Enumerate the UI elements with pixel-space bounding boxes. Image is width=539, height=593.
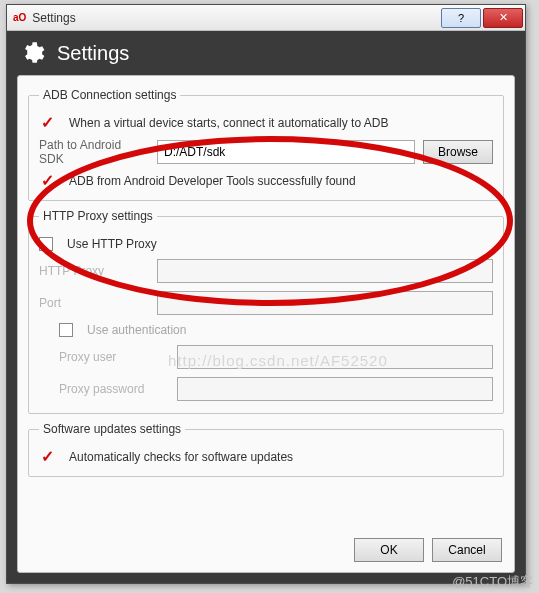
window-buttons: ? ✕ <box>439 8 523 28</box>
cancel-button[interactable]: Cancel <box>432 538 502 562</box>
updates-legend: Software updates settings <box>39 422 185 436</box>
adb-path-label: Path to Android SDK <box>39 138 149 166</box>
footer-buttons: OK Cancel <box>354 538 502 562</box>
panel: ADB Connection settings When a virtual d… <box>17 75 515 573</box>
content: ADB Connection settings When a virtual d… <box>7 75 525 583</box>
close-icon: ✕ <box>499 11 508 24</box>
browse-button[interactable]: Browse <box>423 140 493 164</box>
settings-window: aO Settings ? ✕ Settings ADB Connection … <box>6 4 526 584</box>
adb-auto-connect-row[interactable]: When a virtual device starts, connect it… <box>39 116 493 130</box>
port-row: Port <box>39 291 493 315</box>
header: Settings <box>7 31 525 75</box>
titlebar: aO Settings ? ✕ <box>7 5 525 31</box>
adb-status-row: ADB from Android Developer Tools success… <box>39 174 493 188</box>
check-icon <box>39 450 55 464</box>
http-proxy-input[interactable] <box>157 259 493 283</box>
header-title: Settings <box>57 42 129 65</box>
checkbox-icon <box>39 237 53 251</box>
use-auth-label: Use authentication <box>87 323 186 337</box>
port-label: Port <box>39 296 149 310</box>
use-proxy-label: Use HTTP Proxy <box>67 237 157 251</box>
http-proxy-label: HTTP Proxy <box>39 264 149 278</box>
close-button[interactable]: ✕ <box>483 8 523 28</box>
use-auth-row[interactable]: Use authentication <box>39 323 493 337</box>
corner-watermark: @51CTO博客 <box>452 573 533 591</box>
auto-updates-row[interactable]: Automatically checks for software update… <box>39 450 493 464</box>
check-icon <box>39 116 55 130</box>
proxy-user-row: Proxy user <box>39 345 493 369</box>
proxy-group: HTTP Proxy settings Use HTTP Proxy HTTP … <box>28 209 504 414</box>
ok-button[interactable]: OK <box>354 538 424 562</box>
adb-group: ADB Connection settings When a virtual d… <box>28 88 504 201</box>
auto-updates-label: Automatically checks for software update… <box>69 450 293 464</box>
http-proxy-row: HTTP Proxy <box>39 259 493 283</box>
checkbox-icon <box>59 323 73 337</box>
proxy-password-input[interactable] <box>177 377 493 401</box>
proxy-legend: HTTP Proxy settings <box>39 209 157 223</box>
gear-icon <box>19 40 45 66</box>
help-button[interactable]: ? <box>441 8 481 28</box>
proxy-user-input[interactable] <box>177 345 493 369</box>
use-proxy-row[interactable]: Use HTTP Proxy <box>39 237 493 251</box>
port-input[interactable] <box>157 291 493 315</box>
proxy-password-label: Proxy password <box>59 382 169 396</box>
proxy-user-label: Proxy user <box>59 350 169 364</box>
help-icon: ? <box>458 12 464 24</box>
adb-legend: ADB Connection settings <box>39 88 180 102</box>
adb-auto-connect-label: When a virtual device starts, connect it… <box>69 116 388 130</box>
check-icon <box>39 174 55 188</box>
proxy-password-row: Proxy password <box>39 377 493 401</box>
adb-status-text: ADB from Android Developer Tools success… <box>69 174 356 188</box>
adb-path-row: Path to Android SDK Browse <box>39 138 493 166</box>
adb-path-input[interactable] <box>157 140 415 164</box>
app-icon: aO <box>13 12 26 23</box>
updates-group: Software updates settings Automatically … <box>28 422 504 477</box>
window-title: Settings <box>32 11 439 25</box>
